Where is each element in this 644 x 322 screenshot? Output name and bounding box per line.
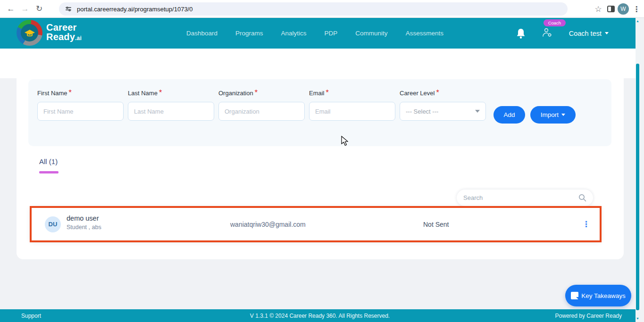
brand-logo[interactable]: Career Ready.ai [17, 20, 82, 46]
nav-programs[interactable]: Programs [235, 30, 263, 37]
scroll-down-icon[interactable]: ▼ [636, 316, 640, 321]
email-label: Email [309, 90, 325, 97]
add-button[interactable]: Add [493, 106, 525, 124]
required-asterisk: * [255, 89, 258, 97]
user-gear-icon[interactable] [542, 27, 553, 38]
key-takeaways-label: Key Takeaways [581, 292, 626, 299]
nav-dashboard[interactable]: Dashboard [186, 30, 217, 37]
chevron-down-icon [605, 32, 609, 34]
key-takeaways-button[interactable]: Key Takeaways [565, 285, 631, 306]
page-scrollbar[interactable]: ▲ ▼ [636, 18, 640, 322]
browser-toolbar: ← → ↻ portal.careerready.ai/programsetup… [0, 0, 644, 18]
app-header: Career Ready.ai Dashboard Programs Analy… [0, 18, 640, 49]
first-name-input[interactable] [37, 102, 124, 121]
nav-assessments[interactable]: Assessments [406, 30, 443, 37]
career-level-select[interactable]: --- Select --- [400, 102, 486, 121]
participant-name: demo user [67, 215, 101, 222]
career-level-value: --- Select --- [406, 108, 438, 115]
participant-row[interactable]: DU demo user Student , abs waniatqriw30@… [32, 208, 600, 240]
site-settings-icon[interactable] [66, 6, 72, 12]
nav-community[interactable]: Community [355, 30, 387, 37]
chevron-down-icon [475, 110, 480, 113]
last-name-label: Last Name [128, 90, 158, 97]
bookmark-star-icon[interactable]: ☆ [592, 4, 604, 14]
forward-icon: → [18, 4, 32, 14]
footer-powered-by: Powered by Career Ready [555, 313, 622, 319]
required-asterisk: * [326, 89, 329, 97]
refresh-icon[interactable]: ↻ [32, 4, 46, 14]
tab-active-indicator [39, 171, 59, 173]
nav-pdp[interactable]: PDP [325, 30, 338, 37]
browser-menu-icon[interactable]: ⋮ [632, 5, 641, 14]
brand-text: Career Ready.ai [46, 23, 82, 43]
last-name-input[interactable] [128, 102, 214, 121]
search-input[interactable] [463, 194, 578, 201]
import-label: Import [541, 111, 559, 118]
import-button[interactable]: Import [530, 106, 576, 124]
email-input[interactable] [309, 102, 395, 121]
scroll-up-icon[interactable]: ▲ [636, 19, 640, 24]
back-icon[interactable]: ← [4, 4, 18, 14]
first-name-label: First Name [37, 90, 67, 97]
main-nav: Dashboard Programs Analytics PDP Communi… [186, 18, 443, 49]
url-text[interactable]: portal.careerready.ai/programsetup/1073/… [77, 6, 192, 13]
participant-avatar: DU [45, 216, 61, 232]
search-box[interactable] [457, 190, 593, 206]
content-card: First Name* Last Name* Organization* Ema… [17, 49, 624, 259]
screen: ← → ↻ portal.careerready.ai/programsetup… [0, 0, 644, 322]
row-actions-menu-icon[interactable]: ⋮ [582, 219, 590, 229]
add-participant-form: First Name* Last Name* Organization* Ema… [28, 79, 611, 146]
notifications-bell-icon[interactable] [516, 28, 526, 39]
user-menu-label: Coach test [569, 30, 602, 37]
logo-swirl-icon [17, 20, 42, 46]
side-panel-icon[interactable] [607, 6, 615, 12]
career-level-label: Career Level [400, 90, 435, 97]
footer-copyright: V 1.3.1 © 2024 Career Ready 360. All Rig… [0, 313, 640, 319]
browser-profile-avatar[interactable]: W [618, 3, 629, 15]
participant-status: Not Sent [423, 221, 449, 228]
required-asterisk: * [69, 89, 72, 97]
coach-badge: Coach [544, 19, 566, 26]
graduation-cap-icon [24, 29, 35, 37]
participant-email: waniatqriw30@gmail.com [230, 221, 306, 228]
address-bar[interactable]: portal.careerready.ai/programsetup/1073/… [59, 2, 568, 16]
participant-subtitle: Student , abs [67, 224, 101, 231]
search-icon[interactable] [578, 194, 586, 202]
rater-settings[interactable]: Coach [542, 27, 553, 40]
organization-label: Organization [218, 90, 253, 97]
required-asterisk: * [159, 89, 162, 97]
nav-analytics[interactable]: Analytics [281, 30, 307, 37]
note-icon [571, 292, 578, 299]
scrollbar-thumb[interactable] [636, 64, 639, 310]
user-menu[interactable]: Coach test [569, 30, 609, 37]
footer: Support V 1.3.1 © 2024 Career Ready 360.… [0, 309, 640, 322]
tab-all[interactable]: All (1) [39, 157, 58, 165]
page: Career Ready.ai Dashboard Programs Analy… [0, 18, 640, 322]
chevron-down-icon [561, 114, 565, 116]
required-asterisk: * [436, 89, 439, 97]
organization-input[interactable] [218, 102, 305, 121]
